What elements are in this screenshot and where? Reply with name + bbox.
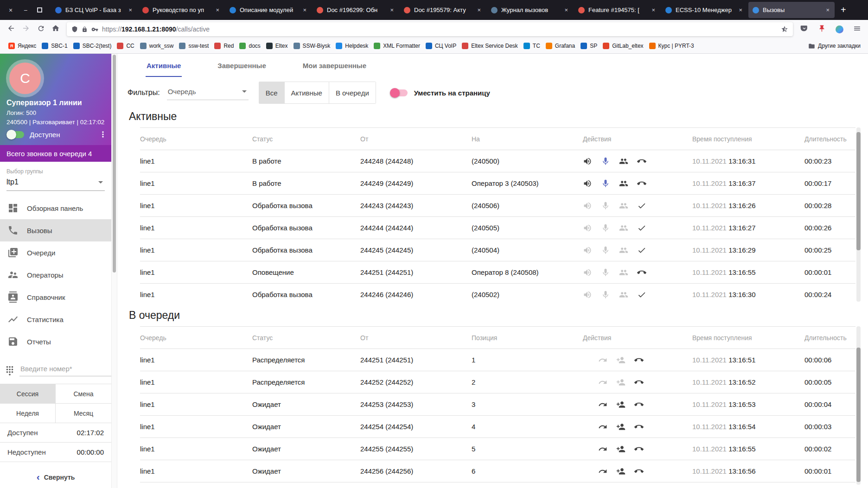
tab-close-icon[interactable]: ×	[215, 6, 220, 13]
active-table-scrollbar-thumb[interactable]	[856, 132, 861, 250]
account-icon[interactable]	[832, 22, 847, 36]
bookmark-item[interactable]: Eltex Service Desk	[459, 41, 521, 51]
person-add-icon[interactable]	[616, 422, 625, 431]
queued-table-scrollbar-thumb[interactable]	[856, 348, 861, 482]
bookmark-item[interactable]: SBC-2(test)	[70, 41, 115, 51]
sidebar-item-статистика[interactable]: Статистика	[0, 308, 111, 330]
hangup-icon[interactable]	[634, 355, 644, 365]
filter-button[interactable]: Все	[259, 82, 285, 103]
back-button[interactable]	[4, 22, 19, 36]
menu-hamburger-icon[interactable]	[849, 22, 864, 36]
tab-close-icon[interactable]: ×	[389, 6, 395, 13]
browser-tab[interactable]: Doc #196299: Обн×	[313, 2, 399, 18]
home-button[interactable]	[48, 22, 63, 36]
period-tab-month[interactable]: Месяц	[56, 404, 111, 423]
pocket-icon[interactable]	[797, 22, 811, 36]
availability-toggle[interactable]	[6, 131, 24, 138]
people-icon[interactable]	[619, 179, 628, 188]
dial-number-input[interactable]	[19, 365, 114, 376]
browser-tab[interactable]: ECSS-10 Менеджер×	[661, 2, 747, 18]
other-bookmarks-button[interactable]: Другие закладки	[808, 43, 862, 50]
bookmark-star-icon[interactable]	[781, 25, 788, 33]
tab-завершенные[interactable]: Завершенные	[217, 54, 267, 77]
hangup-icon[interactable]	[634, 400, 644, 409]
bookmark-item[interactable]: XML Formatter	[371, 41, 423, 51]
browser-tab[interactable]: БЗ СЦ VoIP - База з×	[51, 2, 137, 18]
hangup-icon[interactable]	[634, 444, 644, 454]
redirect-icon[interactable]	[598, 422, 607, 431]
period-tab-shift[interactable]: Смена	[56, 384, 111, 404]
address-bar[interactable]: https://192.168.1.21:8090/calls/active	[67, 22, 793, 36]
browser-tab[interactable]: Журнал вызовов×	[487, 2, 573, 18]
tab-close-icon[interactable]: ×	[825, 6, 830, 13]
hangup-icon[interactable]	[634, 378, 644, 387]
bookmark-item[interactable]: Eltex	[263, 41, 291, 51]
check-icon[interactable]	[637, 290, 646, 299]
bookmark-item[interactable]: Курс | PYRT-3	[646, 41, 697, 51]
filter-button[interactable]: Активные	[285, 82, 329, 103]
bookmark-item[interactable]: Helpdesk	[333, 41, 371, 51]
hangup-icon[interactable]	[637, 268, 646, 277]
browser-tab[interactable]: Вызовы×	[748, 2, 835, 18]
person-add-icon[interactable]	[616, 444, 625, 454]
redirect-icon[interactable]	[598, 467, 607, 476]
bookmark-item[interactable]: TC	[521, 41, 543, 51]
bookmark-item[interactable]: docs	[236, 41, 263, 51]
hangup-icon[interactable]	[637, 179, 646, 188]
sidebar-scrollbar-thumb[interactable]	[113, 55, 116, 273]
hangup-icon[interactable]	[634, 422, 644, 431]
mic-icon[interactable]	[601, 157, 610, 166]
period-tab-week[interactable]: Неделя	[0, 404, 56, 423]
browser-tab[interactable]: Doc #195579: Акту×	[400, 2, 486, 18]
bookmark-item[interactable]: SP	[578, 41, 600, 51]
tab-close-icon[interactable]: ×	[651, 6, 656, 13]
sidebar-item-вызовы[interactable]: Вызовы	[0, 219, 111, 241]
check-icon[interactable]	[637, 201, 646, 210]
key-icon[interactable]	[91, 26, 98, 33]
hangup-icon[interactable]	[637, 157, 646, 166]
dialpad-icon[interactable]	[5, 366, 15, 376]
check-icon[interactable]	[637, 223, 646, 233]
bookmark-item[interactable]: SSW-Biysk	[291, 41, 333, 51]
tab-close-icon[interactable]: ×	[738, 6, 743, 13]
sidebar-item-очереди[interactable]: Очереди	[0, 241, 111, 264]
bookmark-item[interactable]: CC	[114, 41, 137, 51]
window-restore-button[interactable]	[37, 7, 42, 13]
sidebar-item-справочник[interactable]: Справочник	[0, 286, 111, 308]
period-tab-session[interactable]: Сессия	[0, 384, 56, 404]
pin-icon[interactable]	[814, 22, 829, 36]
check-icon[interactable]	[637, 246, 646, 255]
tab-активные[interactable]: Активные	[146, 54, 182, 77]
reload-button[interactable]	[33, 22, 48, 36]
sidebar-item-операторы[interactable]: Операторы	[0, 264, 111, 286]
tab-мои-завершенные[interactable]: Мои завершенные	[302, 54, 367, 77]
redirect-icon[interactable]	[598, 400, 607, 409]
bookmark-item[interactable]: work_ssw	[137, 41, 177, 51]
queue-filter-select[interactable]: Очередь	[167, 86, 249, 100]
sidebar-scrollbar[interactable]	[111, 54, 117, 488]
mic-icon[interactable]	[601, 179, 610, 188]
queued-table-scrollbar[interactable]	[856, 326, 861, 485]
bookmark-item[interactable]: Grafana	[543, 41, 578, 51]
volume-icon[interactable]	[583, 157, 592, 166]
filter-button[interactable]: В очереди	[329, 82, 376, 103]
window-minimize-button[interactable]: −	[22, 6, 29, 14]
bookmark-item[interactable]: Red	[211, 41, 236, 51]
bookmark-item[interactable]: ЯЯндекс	[6, 41, 39, 51]
forward-button[interactable]	[19, 22, 33, 36]
more-options-icon[interactable]	[98, 130, 108, 139]
group-select[interactable]: ltp1	[6, 175, 105, 191]
lock-icon[interactable]	[82, 26, 88, 32]
tab-close-icon[interactable]: ×	[476, 6, 482, 13]
bookmark-item[interactable]: ssw-test	[176, 41, 211, 51]
collapse-sidebar-button[interactable]: ‹ Свернуть	[0, 467, 111, 488]
volume-icon[interactable]	[583, 179, 592, 188]
window-close-button[interactable]: ×	[7, 6, 14, 14]
active-table-scrollbar[interactable]	[856, 127, 861, 302]
sidebar-item-отчеты[interactable]: Отчеты	[0, 330, 111, 353]
fit-to-page-toggle[interactable]	[390, 89, 408, 96]
sidebar-item-обзорная панель[interactable]: Обзорная панель	[0, 197, 111, 219]
hangup-icon[interactable]	[634, 467, 644, 476]
people-icon[interactable]	[619, 157, 628, 166]
browser-tab[interactable]: Описание модулей×	[225, 2, 312, 18]
